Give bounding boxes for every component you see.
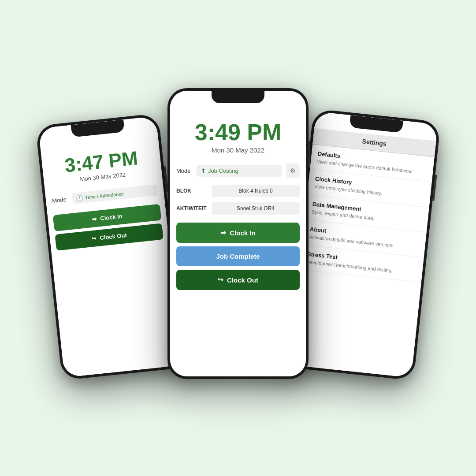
left-time-display: 3:47 PM Mon 30 May 2022 xyxy=(40,133,162,186)
left-clock-in-label: Clock In xyxy=(100,213,123,222)
notch-right xyxy=(350,115,403,133)
clock-in-icon-left: ➡ xyxy=(92,216,97,223)
aktiwiteit-value: Snoei Stuk OR4 xyxy=(212,202,300,215)
center-clock-out-label: Clock Out xyxy=(227,276,258,284)
phone-right-inner: Settings Defaults View and change the ap… xyxy=(290,112,438,378)
center-mode-value: Job Costing xyxy=(208,167,238,174)
settings-title: Settings xyxy=(362,138,387,147)
left-mode-label: Mode xyxy=(52,196,69,204)
center-clock-in-label: Clock In xyxy=(230,229,255,237)
aktiwiteit-label: AKTIWITEIT xyxy=(176,205,208,212)
center-clock-out-button[interactable]: ↪ Clock Out xyxy=(176,270,300,290)
center-mode-row: Mode ⬆ Job Costing ⚙ xyxy=(170,159,306,182)
job-costing-icon: ⬆ xyxy=(201,167,206,174)
center-action-buttons: ➡ Clock In Job Complete ↪ Clock Out xyxy=(170,217,306,295)
notch-center xyxy=(212,91,264,103)
phone-center-inner: 3:49 PM Mon 30 May 2022 Mode ⬆ Job Costi… xyxy=(170,91,306,376)
phone-left-inner: 3:47 PM Mon 30 May 2022 Mode 🕐 Time / At… xyxy=(38,116,182,378)
center-mode-label: Mode xyxy=(176,167,193,174)
center-mode-badge: ⬆ Job Costing xyxy=(197,165,282,177)
notch-left xyxy=(71,119,125,137)
clock-out-icon-center: ↪ xyxy=(218,276,223,284)
center-time-display: 3:49 PM Mon 30 May 2022 xyxy=(170,108,306,154)
screen-left-content: 3:47 PM Mon 30 May 2022 Mode 🕐 Time / At… xyxy=(38,116,182,378)
clock-in-icon-center: ➡ xyxy=(220,229,226,237)
screen-right-content: Settings Defaults View and change the ap… xyxy=(290,112,438,378)
phone-center: 3:49 PM Mon 30 May 2022 Mode ⬆ Job Costi… xyxy=(167,88,309,379)
center-date: Mon 30 May 2022 xyxy=(170,146,306,154)
phone-left: 3:47 PM Mon 30 May 2022 Mode 🕐 Time / At… xyxy=(35,113,185,380)
blok-row: BLOK Blok 4 Nules 0 xyxy=(170,182,306,200)
job-complete-label: Job Complete xyxy=(216,253,260,260)
settings-list: Defaults View and change the app's defau… xyxy=(299,145,434,283)
aktiwiteit-row: AKTIWITEIT Snoei Stuk OR4 xyxy=(170,200,306,217)
gear-button[interactable]: ⚙ xyxy=(286,164,300,178)
left-mode-value: Time / Attendance xyxy=(85,191,124,200)
clock-out-icon-left: ↪ xyxy=(91,235,97,242)
left-clock-out-label: Clock Out xyxy=(100,232,127,241)
center-clock-in-button[interactable]: ➡ Clock In xyxy=(176,223,300,243)
phones-container: 3:47 PM Mon 30 May 2022 Mode 🕐 Time / At… xyxy=(40,66,436,410)
blok-label: BLOK xyxy=(176,188,208,194)
job-complete-button[interactable]: Job Complete xyxy=(176,246,300,266)
center-time: 3:49 PM xyxy=(170,121,306,144)
blok-value: Blok 4 Nules 0 xyxy=(212,185,300,197)
clock-icon: 🕐 xyxy=(75,194,83,202)
screen-center-content: 3:49 PM Mon 30 May 2022 Mode ⬆ Job Costi… xyxy=(170,91,306,376)
